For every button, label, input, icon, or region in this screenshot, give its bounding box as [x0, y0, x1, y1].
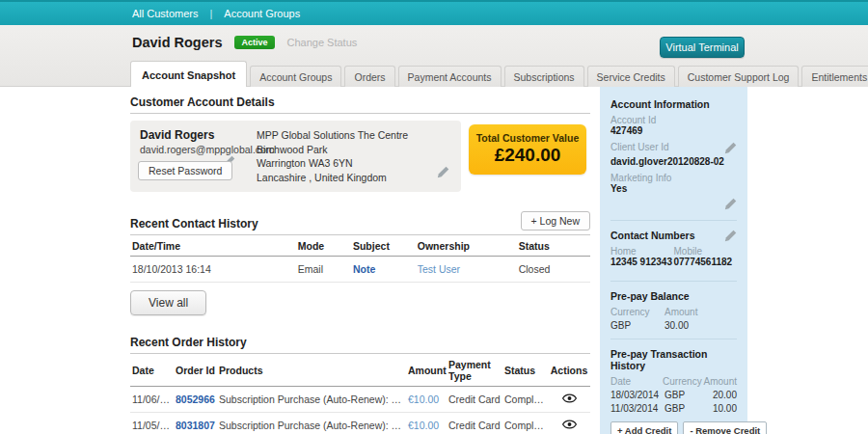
- contact-numbers-section: Contact Numbers Home 12345 912343 Mobile…: [610, 230, 737, 273]
- tab-subscriptions[interactable]: Subscriptions: [504, 66, 584, 87]
- total-value-label: Total Customer Value: [469, 132, 586, 144]
- client-user-id-value: david.glover20120828-02: [610, 156, 737, 167]
- date-column-label: Date: [610, 376, 663, 387]
- cell-payment-type: Credit Card: [447, 413, 502, 434]
- tx-amount: 10.00: [707, 403, 737, 414]
- cell-status: Completed: [502, 413, 548, 434]
- change-status-link[interactable]: Change Status: [287, 37, 358, 48]
- address-line-3: Lancashire , United Kingdom: [257, 171, 435, 185]
- log-new-button[interactable]: + Log New: [521, 211, 591, 231]
- cell-products: Subscription Purchase (Auto-Renew): Mont…: [217, 413, 406, 434]
- order-history-table: Date Order Id Products Amount Payment Ty…: [130, 354, 590, 434]
- col-status: Status: [517, 235, 590, 257]
- prepay-balance-title: Pre-pay Balance: [610, 290, 737, 302]
- marketing-info-label: Marketing Info: [610, 173, 737, 183]
- tx-currency: GBP: [665, 390, 707, 400]
- col-ownership: Ownership: [416, 235, 517, 257]
- account-id-label: Account Id: [610, 115, 737, 125]
- total-value-amount: £240.00: [469, 145, 586, 166]
- edit-address-icon[interactable]: [437, 166, 449, 180]
- cell-order-id-link[interactable]: 8031807: [174, 413, 217, 434]
- eye-icon[interactable]: [562, 420, 577, 429]
- contact-history-table: Date/Time Mode Subject Ownership Status …: [130, 235, 590, 283]
- col-date-time: Date/Time: [130, 235, 296, 257]
- remove-credit-button[interactable]: - Remove Credit: [683, 421, 767, 434]
- home-phone-value: 12345 912343: [610, 257, 674, 267]
- prepay-history-title: Pre-pay Transaction History: [610, 348, 737, 371]
- contact-numbers-title: Contact Numbers: [610, 230, 695, 241]
- tab-account-groups[interactable]: Account Groups: [250, 66, 341, 87]
- nav-all-customers[interactable]: All Customers: [132, 8, 198, 19]
- prepay-balance-section: Pre-pay Balance Currency Amount GBP 30.0…: [610, 290, 737, 331]
- marketing-info-value: Yes: [610, 183, 737, 194]
- virtual-terminal-button[interactable]: Virtual Terminal: [660, 37, 745, 58]
- tab-payment-accounts[interactable]: Payment Accounts: [398, 66, 502, 87]
- tab-customer-support-log[interactable]: Customer Support Log: [678, 66, 800, 87]
- contact-history-header-row: Date/Time Mode Subject Ownership Status: [130, 235, 590, 257]
- col-date: Date: [130, 354, 174, 387]
- contact-history-section: Recent Contact History + Log New Date/Ti…: [130, 205, 590, 315]
- cell-amount: €10.00: [406, 387, 447, 413]
- customer-name: David Rogers: [132, 35, 222, 50]
- mobile-phone-value: 07774561182: [674, 257, 738, 267]
- total-customer-value-box: Total Customer Value £240.00: [469, 124, 586, 175]
- col-subject: Subject: [351, 235, 416, 257]
- contact-history-row: 18/10/2013 16:14 Email Note Test User Cl…: [130, 257, 590, 283]
- sidebar-divider: [610, 220, 737, 221]
- edit-contact-numbers-icon[interactable]: [724, 230, 737, 244]
- edit-client-user-id-icon[interactable]: [724, 142, 737, 156]
- balance-currency: GBP: [610, 320, 665, 331]
- contact-history-title: Recent Contact History: [130, 217, 258, 231]
- currency-column-label: Currency: [610, 307, 665, 317]
- reset-password-button[interactable]: Reset Password: [138, 161, 232, 180]
- contact-history-view-all-button[interactable]: View all: [130, 290, 206, 315]
- cell-status: Closed: [517, 257, 590, 283]
- cell-amount: €10.00: [406, 413, 447, 434]
- sidebar-divider: [610, 281, 737, 282]
- amount-column-label: Amount: [665, 307, 697, 317]
- cell-products: Subscription Purchase (Auto-Renew): Mont…: [217, 387, 406, 413]
- account-details-section: David Rogers david.rogers@mppglobal.com …: [130, 121, 590, 194]
- currency-column-label: Currency: [663, 376, 703, 387]
- page-header: David Rogers Active Change Status Virtua…: [0, 25, 868, 87]
- nav-separator: |: [209, 8, 212, 19]
- tx-date: 18/03/2014: [610, 390, 665, 400]
- order-history-title: Recent Order History: [130, 327, 590, 354]
- view-order-action[interactable]: [548, 413, 590, 434]
- sidebar-divider: [610, 339, 737, 339]
- edit-marketing-info-icon[interactable]: [610, 198, 737, 212]
- contact-history-header: Recent Contact History + Log New: [130, 205, 590, 235]
- top-nav: All Customers | Account Groups: [132, 2, 300, 25]
- address-line-1: MPP Global Solutions The Centre Birchwoo…: [257, 128, 435, 156]
- tx-date: 11/03/2014: [610, 403, 665, 414]
- col-actions: Actions: [548, 354, 590, 387]
- add-credit-button[interactable]: + Add Credit: [610, 421, 678, 434]
- cell-date: 11/05/2014: [130, 413, 174, 434]
- cell-date: 11/06/2014: [130, 387, 174, 413]
- prepay-history-row: 18/03/2014 GBP 20.00: [610, 390, 737, 400]
- card-customer-name: David Rogers: [140, 128, 214, 142]
- tab-entitlements[interactable]: Entitlements: [801, 66, 868, 87]
- account-information-section: Account Information Account Id 427469 Cl…: [610, 98, 737, 212]
- mobile-phone-label: Mobile: [674, 246, 738, 257]
- eye-icon[interactable]: [562, 393, 577, 403]
- cell-payment-type: Credit Card: [447, 387, 502, 413]
- top-nav-bar: All Customers | Account Groups: [0, 0, 868, 25]
- col-products: Products: [217, 354, 406, 387]
- view-order-action[interactable]: [548, 387, 590, 413]
- col-amount: Amount: [406, 354, 447, 387]
- tab-service-credits[interactable]: Service Credits: [587, 66, 675, 87]
- tab-orders[interactable]: Orders: [344, 66, 394, 87]
- account-details-title: Customer Account Details: [130, 87, 590, 114]
- cell-subject-link[interactable]: Note: [351, 257, 416, 283]
- tab-account-snapshot[interactable]: Account Snapshot: [130, 61, 247, 87]
- nav-account-groups[interactable]: Account Groups: [224, 8, 300, 19]
- order-row: 11/06/2014 8052966 Subscription Purchase…: [130, 387, 590, 413]
- cell-order-id-link[interactable]: 8052966: [174, 387, 217, 413]
- account-id-value: 427469: [610, 125, 737, 136]
- customer-address: MPP Global Solutions The Centre Birchwoo…: [257, 128, 435, 185]
- amount-column-label: Amount: [704, 376, 737, 387]
- cell-ownership-link[interactable]: Test User: [416, 257, 517, 283]
- order-history-header-row: Date Order Id Products Amount Payment Ty…: [130, 354, 590, 387]
- customer-name-row: David Rogers Active Change Status: [132, 35, 357, 50]
